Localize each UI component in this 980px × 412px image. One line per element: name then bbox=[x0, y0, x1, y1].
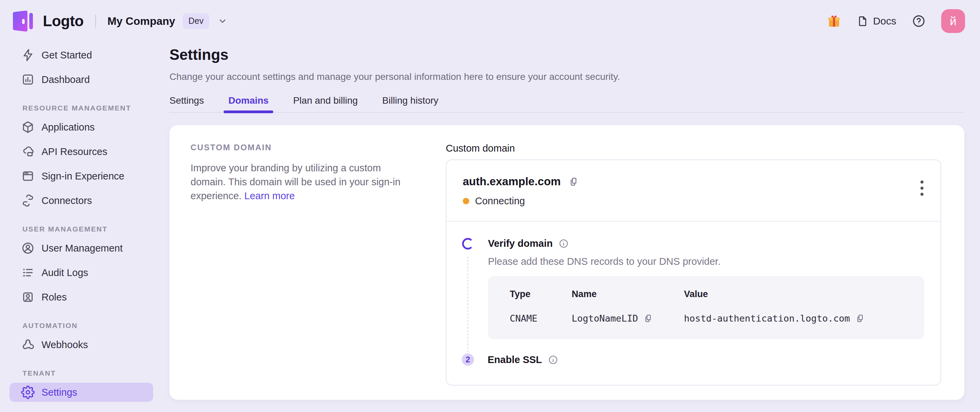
info-icon[interactable] bbox=[548, 355, 558, 365]
bar-chart-icon bbox=[21, 73, 35, 86]
verification-steps: Verify domain Please add these DNS recor… bbox=[462, 238, 924, 366]
status-text: Connecting bbox=[475, 195, 525, 207]
step2-number-badge: 2 bbox=[462, 353, 474, 366]
domain-card-header: auth.example.com Connecting bbox=[447, 160, 940, 221]
sidebar-item-label: Get Started bbox=[41, 50, 92, 61]
document-icon bbox=[857, 15, 869, 27]
dns-record-type: CNAME bbox=[510, 313, 572, 323]
dns-col-header-name: Name bbox=[572, 289, 684, 299]
dns-record-value: hostd-authentication.logto.com bbox=[684, 313, 911, 323]
sidebar-item-label: Sign-in Experience bbox=[41, 171, 124, 182]
sidebar-item-applications[interactable]: Applications bbox=[10, 117, 153, 137]
custom-domain-settings: Custom domain auth.example.com Connectin… bbox=[446, 143, 941, 400]
help-icon[interactable] bbox=[912, 14, 926, 28]
copy-domain-icon[interactable] bbox=[568, 176, 579, 187]
sidebar-item-label: Applications bbox=[41, 122, 95, 133]
sidebar-item-api-resources[interactable]: API Resources bbox=[10, 142, 153, 161]
list-icon bbox=[21, 266, 35, 279]
logto-logo-icon bbox=[10, 10, 37, 32]
topbar: Logto My Company Dev Docs bbox=[0, 0, 980, 42]
cloud-box-icon bbox=[21, 145, 35, 158]
sidebar-section-automation: AUTOMATION bbox=[22, 322, 153, 330]
user-avatar[interactable]: й bbox=[941, 9, 965, 33]
copy-dns-name-icon[interactable] bbox=[643, 314, 653, 323]
tab-settings[interactable]: Settings bbox=[169, 95, 204, 112]
page-description: Change your account settings and manage … bbox=[169, 71, 964, 82]
tab-plan-and-billing[interactable]: Plan and billing bbox=[293, 95, 358, 112]
step1-rail bbox=[462, 238, 474, 339]
sidebar-item-label: Webhooks bbox=[41, 339, 88, 350]
sidebar: Get Started Dashboard RESOURCE MANAGEMEN… bbox=[0, 42, 169, 412]
dns-record-value-value: hostd-authentication.logto.com bbox=[684, 313, 850, 323]
docs-button[interactable]: Docs bbox=[857, 15, 896, 27]
sidebar-section-resource-management: RESOURCE MANAGEMENT bbox=[22, 104, 153, 112]
section-description: Improve your branding by utilizing a cus… bbox=[191, 161, 415, 203]
topbar-separator bbox=[95, 14, 96, 27]
sidebar-item-user-management[interactable]: User Management bbox=[10, 239, 153, 258]
section-label: CUSTOM DOMAIN bbox=[191, 143, 415, 152]
gift-icon[interactable] bbox=[827, 14, 841, 28]
main-content: Settings Change your account settings an… bbox=[169, 42, 980, 412]
sidebar-item-label: Connectors bbox=[41, 195, 92, 206]
dns-record-type-value: CNAME bbox=[510, 313, 537, 323]
copy-dns-value-icon[interactable] bbox=[855, 314, 865, 323]
browser-window-icon bbox=[21, 169, 35, 183]
sidebar-item-label: Settings bbox=[41, 387, 77, 398]
info-icon[interactable] bbox=[559, 239, 569, 249]
sidebar-item-label: API Resources bbox=[41, 146, 107, 157]
dns-records-table: Type Name Value CNAME LogtoNameLID bbox=[488, 276, 924, 339]
env-badge: Dev bbox=[183, 13, 209, 29]
dns-col-header-type: Type bbox=[510, 289, 572, 299]
status-dot-connecting bbox=[463, 198, 469, 204]
learn-more-link[interactable]: Learn more bbox=[244, 190, 295, 201]
loading-spinner-icon bbox=[462, 238, 474, 249]
step-verify-domain: Verify domain Please add these DNS recor… bbox=[462, 238, 924, 339]
domain-name: auth.example.com bbox=[463, 175, 561, 188]
custom-domain-intro: CUSTOM DOMAIN Improve your branding by u… bbox=[191, 143, 415, 400]
sidebar-item-audit-logs[interactable]: Audit Logs bbox=[10, 263, 153, 282]
user-circle-icon bbox=[21, 241, 35, 255]
dns-record-name: LogtoNameLID bbox=[572, 313, 684, 323]
step-enable-ssl: 2 Enable SSL bbox=[462, 353, 924, 366]
docs-label: Docs bbox=[873, 15, 896, 27]
sidebar-item-roles[interactable]: Roles bbox=[10, 288, 153, 307]
sidebar-item-webhooks[interactable]: Webhooks bbox=[10, 335, 153, 354]
tenant-switcher-chevron-down-icon[interactable] bbox=[218, 16, 228, 26]
tab-domains[interactable]: Domains bbox=[228, 95, 269, 112]
page-title: Settings bbox=[169, 46, 964, 63]
sidebar-section-user-management: USER MANAGEMENT bbox=[22, 225, 153, 233]
connectors-icon bbox=[21, 194, 35, 208]
brand-name: Logto bbox=[43, 13, 84, 30]
gear-icon bbox=[21, 385, 35, 399]
sidebar-item-label: Audit Logs bbox=[41, 267, 88, 279]
sidebar-item-get-started[interactable]: Get Started bbox=[10, 46, 153, 65]
sidebar-section-tenant: TENANT bbox=[22, 369, 153, 377]
sidebar-item-dashboard[interactable]: Dashboard bbox=[10, 70, 153, 89]
sidebar-item-settings[interactable]: Settings bbox=[10, 383, 153, 402]
cube-icon bbox=[21, 120, 35, 134]
sidebar-item-label: Dashboard bbox=[41, 74, 90, 85]
domain-card-body: Verify domain Please add these DNS recor… bbox=[447, 222, 940, 385]
custom-domain-field-label: Custom domain bbox=[446, 143, 941, 154]
avatar-initial: й bbox=[950, 14, 956, 28]
domain-status: Connecting bbox=[463, 195, 924, 207]
domain-more-actions-kebab-icon[interactable] bbox=[918, 179, 926, 198]
tab-billing-history[interactable]: Billing history bbox=[382, 95, 438, 112]
tab-bar: Settings Domains Plan and billing Billin… bbox=[169, 95, 964, 113]
domain-card: auth.example.com Connecting bbox=[446, 159, 941, 385]
app-window: { "topbar": { "brand": "Logto", "tenant"… bbox=[0, 0, 980, 412]
webhook-icon bbox=[21, 338, 35, 352]
sidebar-item-sign-in-experience[interactable]: Sign-in Experience bbox=[10, 166, 153, 185]
logto-brand[interactable]: Logto bbox=[10, 10, 84, 32]
section-description-text: Improve your branding by utilizing a cus… bbox=[191, 163, 401, 201]
step1-title: Verify domain bbox=[488, 238, 553, 249]
sidebar-item-label: User Management bbox=[41, 243, 123, 254]
zap-icon bbox=[21, 48, 35, 62]
domains-panel: CUSTOM DOMAIN Improve your branding by u… bbox=[169, 125, 964, 400]
user-badge-icon bbox=[21, 290, 35, 304]
tenant-name: My Company bbox=[108, 15, 175, 27]
sidebar-item-connectors[interactable]: Connectors bbox=[10, 191, 153, 210]
dns-col-header-value: Value bbox=[684, 289, 911, 299]
step2-title: Enable SSL bbox=[488, 354, 542, 365]
dns-instructions: Please add these DNS records to your DNS… bbox=[488, 256, 924, 267]
